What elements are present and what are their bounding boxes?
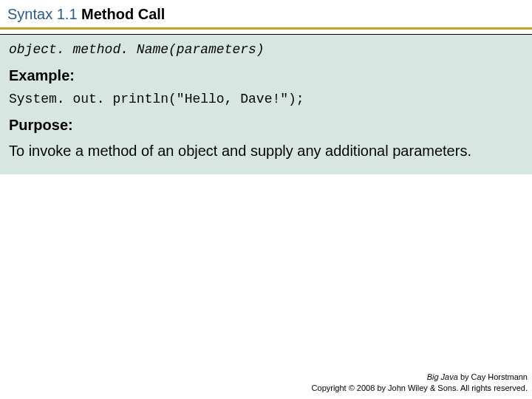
footer-book: Big Java xyxy=(427,372,458,381)
syntax-template: object. method. Name(parameters) xyxy=(9,42,523,57)
header-rule-thick xyxy=(0,27,532,30)
slide-title: Syntax 1.1 Method Call xyxy=(7,6,165,22)
example-code: System. out. println("Hello, Dave!"); xyxy=(9,92,523,106)
footer-book-line: Big Java by Cay Horstmann xyxy=(312,372,528,382)
purpose-body: To invoke a method of an object and supp… xyxy=(9,141,523,161)
footer-copyright: Copyright © 2008 by John Wiley & Sons. A… xyxy=(312,383,528,393)
footer-author: by Cay Horstmann xyxy=(458,372,528,381)
example-heading: Example: xyxy=(9,67,523,84)
title-prefix: Syntax 1.1 xyxy=(7,6,78,22)
purpose-heading: Purpose: xyxy=(9,117,523,134)
title-main: Method Call xyxy=(81,6,165,22)
slide-header: Syntax 1.1 Method Call xyxy=(0,0,532,26)
content-panel: object. method. Name(parameters) Example… xyxy=(0,35,532,174)
slide-footer: Big Java by Cay Horstmann Copyright © 20… xyxy=(312,372,528,393)
